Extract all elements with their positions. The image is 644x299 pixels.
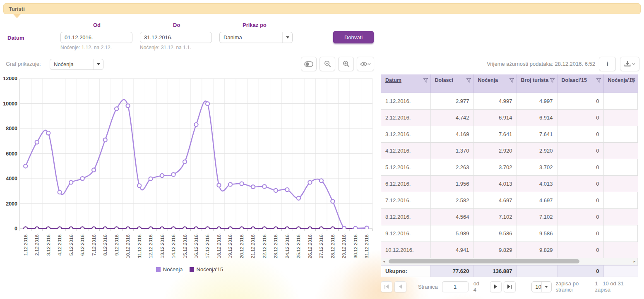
column-header[interactable]: Broj turista (517, 74, 557, 93)
filter-icon[interactable] (550, 78, 555, 83)
zoom-out-button[interactable] (320, 57, 335, 71)
table-cell: 1.956 (430, 175, 473, 192)
export-button[interactable] (620, 57, 639, 71)
filter-icon[interactable] (423, 78, 428, 83)
table-row[interactable]: 7.12.2016.2.5824.6974.6970 (381, 192, 638, 208)
chart-toggle-button[interactable] (301, 57, 317, 71)
zoom-in-icon (343, 60, 350, 67)
legend-label: Noćenja (163, 266, 183, 273)
legend-item[interactable]: Noćenja (156, 266, 183, 273)
table-cell: 7.102 (473, 208, 517, 225)
column-header[interactable]: Dolasci'15 (557, 74, 603, 93)
data-freshness-text: Vrijeme ažurnosti podataka: 28.12.2016. … (487, 61, 595, 67)
table-cell: 1.370 (430, 142, 473, 159)
filter-icon[interactable] (466, 78, 471, 83)
nocenja-line-chart[interactable]: 0200040006000800010000120001.12.2016.2.1… (3, 77, 376, 266)
scrollbar-thumb[interactable] (389, 259, 579, 263)
prev-page-button[interactable] (394, 281, 406, 292)
table-row[interactable]: 9.12.2016.5.9899.5869.5860 (381, 225, 638, 242)
svg-text:27.12.2016.: 27.12.2016. (319, 233, 324, 258)
table-row[interactable]: 1.12.2016.2.9774.9974.9970 (381, 93, 638, 109)
table-row[interactable]: 2.12.2016.4.7426.9146.9140 (381, 109, 638, 126)
eye-icon (360, 62, 368, 67)
svg-text:13.12.2016.: 13.12.2016. (160, 233, 165, 258)
svg-text:3.12.2016.: 3.12.2016. (46, 233, 51, 256)
filter-icon[interactable] (509, 78, 514, 83)
table-row[interactable]: 5.12.2016.2.2633.7023.7020 (381, 159, 638, 175)
table-cell: 9.586 (517, 225, 557, 242)
totals-cell: 77.620 (430, 266, 473, 277)
filter-icon[interactable] (596, 78, 601, 83)
table-cell: 4.013 (517, 175, 557, 192)
table-cell: 3.702 (517, 159, 557, 175)
download-icon (624, 61, 631, 67)
filter-icon[interactable] (631, 78, 635, 83)
svg-text:10.12.2016.: 10.12.2016. (125, 233, 130, 258)
svg-text:6.12.2016.: 6.12.2016. (80, 233, 85, 256)
table-cell: 9.829 (517, 242, 557, 258)
scroll-right-icon[interactable]: ▸ (632, 258, 637, 265)
zoom-out-icon (324, 60, 331, 67)
table-row[interactable]: 3.12.2016.4.1697.6417.6410 (381, 126, 638, 142)
prikaz-po-select[interactable]: Danima (219, 32, 293, 43)
table-cell: 2.263 (430, 159, 473, 175)
table-cell: 4.697 (473, 192, 517, 208)
svg-text:16.12.2016.: 16.12.2016. (194, 233, 199, 258)
data-grid: DatumDolasciNoćenjaBroj turistaDolasci'1… (381, 74, 638, 258)
panel-header[interactable]: Turisti (3, 3, 641, 14)
svg-text:25.12.2016.: 25.12.2016. (296, 233, 301, 258)
last-page-button[interactable] (504, 281, 515, 292)
table-cell: 9.12.2016. (381, 225, 430, 242)
column-header[interactable]: Datum (381, 74, 430, 93)
table-cell (603, 142, 638, 159)
page-number-input[interactable] (442, 281, 469, 292)
scroll-left-icon[interactable]: ◂ (381, 258, 387, 265)
grid-horizontal-scrollbar[interactable]: ◂ ▸ (381, 258, 638, 265)
chart-visibility-button[interactable] (357, 57, 374, 71)
date-from-input[interactable] (61, 32, 132, 43)
table-cell: 2.920 (473, 142, 517, 159)
chevron-down-icon (632, 63, 635, 65)
table-row[interactable]: 8.12.2016.4.5647.1027.1020 (381, 208, 638, 225)
dohvati-button[interactable]: Dohvati (333, 31, 374, 43)
svg-text:0: 0 (14, 226, 17, 232)
table-cell: 8.12.2016. (381, 208, 430, 225)
chevron-down-icon (93, 59, 103, 69)
table-cell: 0 (557, 175, 603, 192)
scrollbar-track (387, 258, 632, 265)
table-row[interactable]: 4.12.2016.1.3702.9202.9200 (381, 142, 638, 159)
totals-cell: 136.887 (473, 266, 517, 277)
stranica-label: Stranica (418, 284, 438, 290)
info-button[interactable]: i (599, 57, 616, 71)
table-cell: 4.013 (473, 175, 517, 192)
graf-series-select[interactable]: Noćenja (50, 59, 103, 70)
zoom-in-button[interactable] (338, 57, 354, 71)
column-header[interactable]: Dolasci (430, 74, 473, 93)
table-cell: 0 (557, 126, 603, 142)
table-cell: 0 (557, 142, 603, 159)
table-cell: 7.12.2016. (381, 192, 430, 208)
next-page-button[interactable] (490, 281, 502, 292)
column-header[interactable]: Noćenja (473, 74, 517, 93)
date-to-input[interactable] (140, 32, 212, 43)
svg-text:31.12.2016.: 31.12.2016. (364, 233, 369, 258)
table-cell: 0 (557, 159, 603, 175)
table-row[interactable]: 10.12.2016.4.9419.8299.8290 (381, 242, 638, 258)
column-header[interactable]: Noćenja'15 (603, 74, 638, 93)
do-label: Do (173, 22, 180, 28)
table-row[interactable]: 6.12.2016.1.9564.0134.0130 (381, 175, 638, 192)
table-cell (603, 126, 638, 142)
table-cell: 6.12.2016. (381, 175, 430, 192)
table-cell (603, 159, 638, 175)
svg-text:4.12.2016.: 4.12.2016. (57, 233, 62, 256)
table-cell: 6.914 (517, 109, 557, 126)
page-size-select[interactable]: 10 (531, 281, 552, 292)
chevron-down-icon (368, 63, 371, 65)
table-cell: 9.586 (473, 225, 517, 242)
svg-text:24.12.2016.: 24.12.2016. (285, 233, 290, 258)
legend-swatch (156, 267, 161, 272)
legend-item[interactable]: Noćenja'15 (190, 266, 223, 273)
page-size-label: zapisa po stranici (556, 280, 595, 293)
table-cell: 4.742 (430, 109, 473, 126)
first-page-button[interactable] (381, 281, 392, 292)
